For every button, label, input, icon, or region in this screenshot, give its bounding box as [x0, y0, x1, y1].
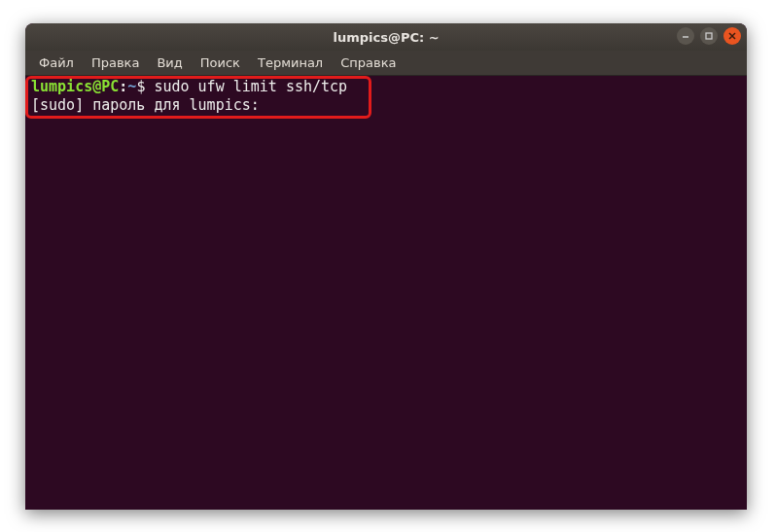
terminal-line-1: lumpics@PC:~$ sudo ufw limit ssh/tcp [31, 78, 741, 96]
terminal-window: lumpics@PC: ~ Файл Правка Вид Поиск Терм… [25, 23, 747, 510]
sudo-password-prompt: [sudo] пароль для lumpics: [31, 96, 268, 114]
close-icon [727, 31, 737, 41]
menu-edit[interactable]: Правка [84, 53, 147, 72]
maximize-icon [704, 31, 714, 41]
terminal-body[interactable]: lumpics@PC:~$ sudo ufw limit ssh/tcp [su… [25, 76, 747, 510]
prompt-dollar: $ [136, 78, 154, 95]
menu-search[interactable]: Поиск [193, 53, 248, 72]
minimize-button[interactable] [677, 27, 694, 45]
menu-file[interactable]: Файл [31, 53, 82, 72]
minimize-icon [681, 31, 690, 41]
terminal-line-2: [sudo] пароль для lumpics: [31, 96, 741, 115]
window-title: lumpics@PC: ~ [333, 30, 439, 45]
maximize-button[interactable] [700, 27, 718, 45]
titlebar[interactable]: lumpics@PC: ~ [25, 23, 747, 51]
command-text: sudo ufw limit ssh/tcp [154, 78, 347, 95]
svg-rect-1 [706, 33, 712, 39]
menu-view[interactable]: Вид [149, 53, 190, 72]
prompt-colon: : [119, 78, 127, 95]
prompt-user-host: lumpics@PC [31, 78, 119, 95]
close-button[interactable] [723, 27, 741, 45]
menubar: Файл Правка Вид Поиск Терминал Справка [25, 51, 747, 76]
menu-terminal[interactable]: Терминал [250, 53, 331, 72]
window-controls [677, 27, 741, 45]
menu-help[interactable]: Справка [333, 53, 404, 72]
